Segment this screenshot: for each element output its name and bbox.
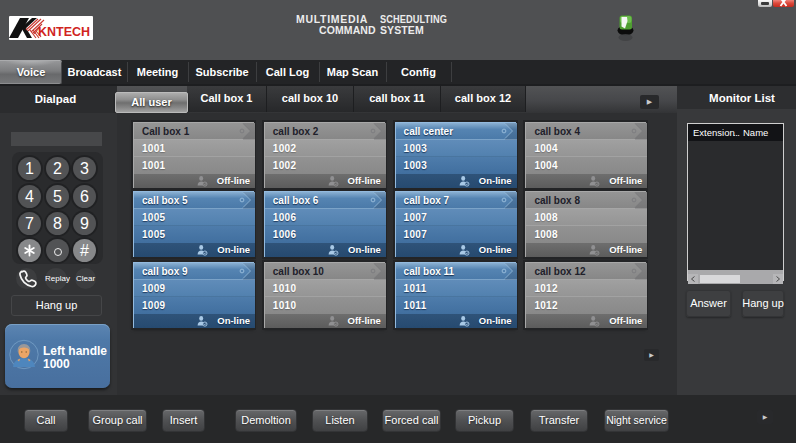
svg-text:KNTECH: KNTECH [38, 24, 90, 39]
